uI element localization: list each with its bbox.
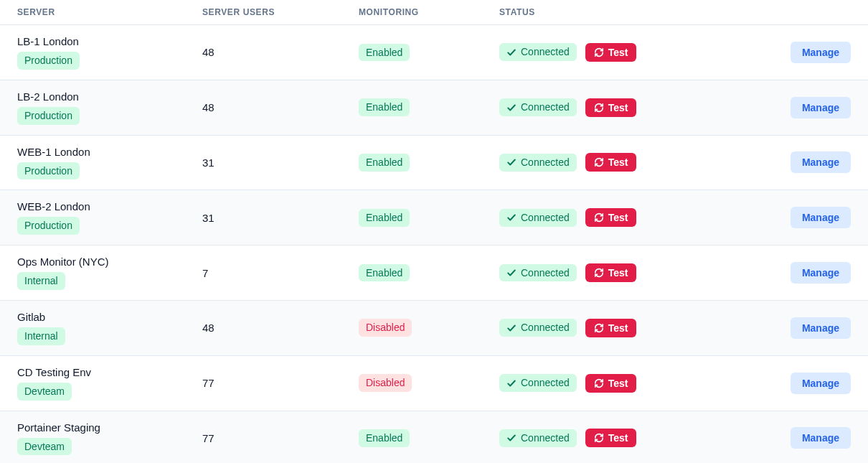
test-button-label: Test — [608, 322, 628, 334]
server-name: LB-2 London — [17, 90, 202, 103]
check-icon — [506, 323, 516, 333]
server-users: 48 — [202, 46, 359, 58]
server-cell: Ops Monitor (NYC)Internal — [17, 256, 202, 290]
column-header-status: STATUS — [499, 7, 772, 17]
server-users: 31 — [202, 212, 359, 224]
server-cell: Portainer StagingDevteam — [17, 421, 202, 456]
status-cell: Connected Test — [499, 319, 772, 337]
column-header-monitoring: MONITORING — [359, 7, 499, 17]
monitoring-badge: Enabled — [359, 264, 410, 282]
status-cell: Connected Test — [499, 263, 772, 282]
manage-button[interactable]: Manage — [791, 262, 851, 284]
server-cell: CD Testing EnvDevteam — [17, 366, 202, 401]
test-button-label: Test — [608, 212, 628, 223]
server-users: 31 — [202, 156, 359, 169]
status-badge: Connected — [499, 319, 577, 337]
status-text: Connected — [521, 322, 570, 334]
test-button[interactable]: Test — [585, 429, 637, 447]
status-badge: Connected — [499, 98, 577, 116]
status-cell: Connected Test — [499, 43, 772, 62]
table-row: WEB-1 LondonProduction31Enabled Connecte… — [0, 136, 868, 191]
refresh-icon — [594, 433, 604, 443]
status-text: Connected — [521, 101, 570, 113]
status-badge: Connected — [499, 209, 577, 227]
test-button[interactable]: Test — [585, 153, 637, 172]
server-name: WEB-2 London — [17, 200, 202, 212]
monitoring-cell: Enabled — [359, 154, 499, 172]
servers-table: SERVER SERVER USERS MONITORING STATUS LB… — [0, 0, 868, 463]
column-header-server: SERVER — [17, 7, 202, 17]
monitoring-cell: Enabled — [359, 98, 499, 116]
monitoring-cell: Enabled — [359, 44, 499, 62]
status-badge: Connected — [499, 374, 577, 392]
status-cell: Connected Test — [499, 153, 772, 172]
env-badge: Production — [17, 162, 80, 180]
test-button-label: Test — [608, 378, 628, 389]
table-row: Ops Monitor (NYC)Internal7Enabled Connec… — [0, 245, 868, 301]
manage-button[interactable]: Manage — [791, 42, 851, 63]
server-users: 48 — [202, 101, 359, 113]
monitoring-badge: Enabled — [359, 154, 410, 172]
server-cell: GitlabInternal — [17, 311, 202, 345]
test-button-label: Test — [608, 156, 628, 168]
table-header-row: SERVER SERVER USERS MONITORING STATUS — [0, 0, 868, 25]
server-name: WEB-1 London — [17, 146, 202, 158]
status-cell: Connected Test — [499, 98, 772, 117]
manage-button[interactable]: Manage — [791, 207, 851, 228]
env-badge: Devteam — [17, 383, 72, 401]
server-name: CD Testing Env — [17, 366, 202, 378]
server-name: Gitlab — [17, 311, 202, 323]
test-button-label: Test — [608, 47, 628, 58]
env-badge: Internal — [17, 327, 65, 345]
monitoring-cell: Enabled — [359, 264, 499, 282]
test-button[interactable]: Test — [585, 98, 637, 117]
monitoring-badge: Enabled — [359, 44, 410, 62]
manage-button[interactable]: Manage — [791, 97, 851, 118]
monitoring-cell: Disabled — [359, 319, 499, 337]
status-badge: Connected — [499, 429, 577, 447]
server-users: 77 — [202, 432, 359, 444]
actions-cell: Manage — [772, 373, 851, 394]
status-cell: Connected Test — [499, 429, 772, 447]
monitoring-cell: Enabled — [359, 429, 499, 447]
env-badge: Internal — [17, 272, 65, 290]
test-button[interactable]: Test — [585, 263, 637, 282]
server-users: 48 — [202, 322, 359, 334]
server-name: Portainer Staging — [17, 421, 202, 434]
status-text: Connected — [521, 432, 570, 444]
status-text: Connected — [521, 46, 570, 58]
status-badge: Connected — [499, 43, 577, 61]
actions-cell: Manage — [772, 97, 851, 118]
monitoring-badge: Disabled — [359, 374, 412, 392]
test-button-label: Test — [608, 102, 628, 113]
check-icon — [506, 212, 516, 223]
manage-button[interactable]: Manage — [791, 151, 851, 173]
actions-cell: Manage — [772, 151, 851, 173]
actions-cell: Manage — [772, 207, 851, 228]
test-button[interactable]: Test — [585, 319, 637, 337]
monitoring-badge: Enabled — [359, 98, 410, 116]
refresh-icon — [594, 157, 604, 167]
manage-button[interactable]: Manage — [791, 427, 851, 449]
env-badge: Devteam — [17, 438, 72, 456]
status-text: Connected — [521, 212, 570, 224]
status-badge: Connected — [499, 264, 577, 282]
table-row: GitlabInternal48Disabled Connected TestM… — [0, 301, 868, 356]
check-icon — [506, 268, 516, 278]
refresh-icon — [594, 378, 604, 388]
server-cell: WEB-1 LondonProduction — [17, 146, 202, 180]
table-row: LB-1 LondonProduction48Enabled Connected… — [0, 25, 868, 80]
column-header-users: SERVER USERS — [202, 7, 359, 17]
monitoring-badge: Enabled — [359, 429, 410, 447]
test-button[interactable]: Test — [585, 43, 637, 62]
status-badge: Connected — [499, 154, 577, 172]
test-button[interactable]: Test — [585, 208, 637, 227]
manage-button[interactable]: Manage — [791, 317, 851, 339]
refresh-icon — [594, 268, 604, 278]
manage-button[interactable]: Manage — [791, 373, 851, 394]
monitoring-badge: Enabled — [359, 209, 410, 227]
actions-cell: Manage — [772, 427, 851, 449]
check-icon — [506, 378, 516, 388]
check-icon — [506, 433, 516, 443]
test-button[interactable]: Test — [585, 374, 637, 393]
